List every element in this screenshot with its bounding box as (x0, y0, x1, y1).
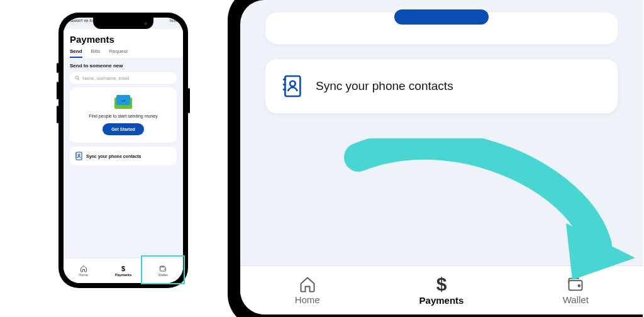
svg-line-1 (78, 79, 79, 80)
svg-point-8 (164, 269, 165, 270)
search-input[interactable]: Name, username, email (70, 72, 177, 84)
home-icon (299, 275, 316, 293)
find-people-card: → Find people to start sending money Get… (70, 87, 177, 143)
page-title: Payments (70, 34, 177, 45)
section-subhead: Send to someone new (70, 63, 177, 69)
sync-contacts-card[interactable]: Sync your phone contacts (265, 59, 618, 113)
search-icon (75, 75, 80, 81)
svg-point-10 (290, 81, 296, 87)
get-started-button[interactable]: Get Started (103, 123, 144, 135)
nav-payments-label: Payments (419, 295, 464, 306)
nav-payments[interactable]: $ Payments (103, 259, 143, 283)
find-people-text: Find people to start sending money (89, 114, 157, 118)
tab-request[interactable]: Request (109, 48, 128, 58)
phone-notch (93, 18, 153, 29)
nav-home[interactable]: Home (240, 266, 374, 314)
phone-mockup: SMART Wi-Fi 76% Payments Send Bills Requ… (58, 13, 188, 288)
screen-header: Payments Send Bills Request (64, 29, 183, 58)
sync-contacts-label: Sync your phone contacts (316, 79, 453, 93)
zoom-screen: Sync your phone contacts Home $ Payments… (240, 0, 643, 314)
contacts-icon (282, 74, 302, 98)
dollar-icon: $ (121, 265, 125, 272)
bottom-nav: Home $ Payments Wallet (240, 265, 643, 314)
phone-screen: SMART Wi-Fi 76% Payments Send Bills Requ… (64, 18, 183, 283)
svg-point-3 (78, 154, 80, 156)
sync-contacts-label: Sync your phone contacts (86, 154, 142, 158)
nav-payments-label: Payments (115, 273, 131, 277)
phone-side-button (57, 63, 58, 73)
phone-side-button (57, 82, 58, 99)
zoom-partial-card (265, 13, 618, 44)
nav-wallet[interactable]: Wallet (143, 259, 183, 283)
nav-wallet-label: Wallet (158, 273, 168, 277)
nav-home[interactable]: Home (64, 259, 103, 283)
nav-home-label: Home (295, 294, 320, 305)
tab-bills[interactable]: Bills (91, 48, 101, 58)
bottom-nav: Home $ Payments Wallet (64, 258, 183, 283)
status-left: SMART Wi-Fi (70, 19, 92, 28)
sync-contacts-card[interactable]: Sync your phone contacts (70, 147, 177, 165)
home-icon (80, 265, 87, 272)
nav-wallet[interactable]: Wallet (509, 266, 643, 314)
wallet-icon (567, 275, 584, 293)
svg-point-15 (579, 285, 580, 287)
nav-home-label: Home (79, 273, 88, 277)
contacts-icon (75, 152, 82, 160)
zoom-panel: Sync your phone contacts Home $ Payments… (228, 0, 643, 317)
get-started-button[interactable] (394, 9, 489, 25)
status-right: 76% (169, 19, 177, 28)
search-placeholder: Name, username, email (82, 76, 129, 81)
money-send-icon: → (114, 95, 132, 109)
nav-payments[interactable]: $ Payments (374, 266, 508, 314)
wallet-icon (159, 265, 167, 272)
phone-side-button (57, 106, 58, 123)
svg-point-0 (75, 76, 79, 79)
tab-send[interactable]: Send (70, 48, 82, 58)
phone-side-button (188, 88, 190, 113)
dollar-icon: $ (436, 275, 447, 294)
nav-wallet-label: Wallet (563, 294, 589, 305)
tab-bar: Send Bills Request (70, 48, 177, 58)
